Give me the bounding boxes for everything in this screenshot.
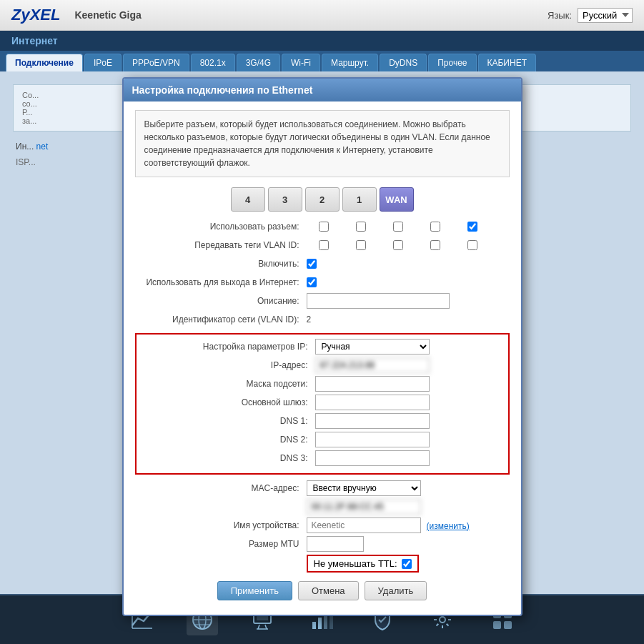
enable-row: Включить: [135,256,510,272]
enable-checkbox[interactable] [307,259,317,269]
ttl-container: Не уменьшать TTL: [307,555,419,573]
vlan-tag-row: Передавать теги VLAN ID: [135,237,510,253]
tab-wifi[interactable]: Wi-Fi [282,54,320,71]
dialog-body: Выберите разъем, который будет использов… [124,101,521,615]
tab-pppoe[interactable]: PPPoE/VPN [123,54,189,71]
mac-input[interactable] [307,499,421,515]
vlan-tag-wan[interactable] [467,240,477,250]
tab-route[interactable]: Маршрут. [322,54,378,71]
vlan-id-value: 2 [307,314,510,325]
port-btn-3[interactable]: 3 [268,187,302,212]
subnet-row: Маска подсети: 255.255.255.0 [144,376,501,392]
ttl-checkbox[interactable] [402,559,412,569]
vlan-id-row: Идентификатор сети (VLAN ID): 2 [135,312,510,327]
mac-row: MAC-адрес: Ввести вручную Клонировать с … [135,480,510,496]
device-name-input[interactable] [307,517,421,533]
ip-addr-label: IP-адрес: [144,360,315,370]
lang-label: Язык: [548,10,572,21]
port-btn-2[interactable]: 2 [305,187,340,212]
ports-row: 4 3 2 1 WAN [135,187,510,212]
tab-80211x[interactable]: 802.1x [191,54,235,71]
mtu-label: Размер MTU [135,539,307,549]
ip-section: Настройка параметров IP: Ручная Автомати… [135,333,510,475]
change-link[interactable]: (изменить) [427,521,470,531]
header-left: ZyXEL Keenetic Giga [11,6,142,24]
nav-tabs: Подключение IPoE PPPoE/VPN 802.1x 3G/4G … [0,51,644,71]
tab-ipoe[interactable]: IPoE [84,54,122,71]
use-port-checkboxes [307,222,490,232]
dialog-title: Настройка подключения по Ethernet [132,84,313,96]
dns2-row: DNS 2: 87.224.197.1 [144,432,501,447]
dns2-label: DNS 2: [144,435,315,445]
dialog-overlay: Настройка подключения по Ethernet Выбери… [0,71,644,644]
apply-button[interactable]: Применить [217,581,292,600]
mac-label: MAC-адрес: [135,483,307,493]
model-name: Keenetic Giga [74,9,141,21]
mtu-input[interactable]: 1500 [307,536,364,552]
use-port-row: Использовать разъем: [135,219,510,234]
tab-3g4g[interactable]: 3G/4G [237,54,280,71]
header-right: Язык: Русский English [548,8,633,23]
cancel-button[interactable]: Отмена [298,581,359,600]
tab-podkl[interactable]: Подключение [6,54,83,71]
gateway-input[interactable]: 87.224.222.1 [315,395,430,410]
gateway-row: Основной шлюз: 87.224.222.1 [144,395,501,410]
mac-value-row [135,499,510,515]
device-name-label: Имя устройства: [135,520,307,530]
mtu-row: Размер MTU 1500 [135,536,510,552]
ip-mode-label: Настройка параметров IP: [144,342,315,352]
description-row: Описание: Broadband connection [135,293,510,309]
vlan-tag-4[interactable] [319,240,329,250]
mac-mode-select[interactable]: Ввести вручную Клонировать с ПК Заводско… [307,480,421,496]
dialog-buttons: Применить Отмена Удалить [135,581,510,600]
use-internet-label: Использовать для выхода в Интернет: [135,277,307,287]
ttl-label: Не уменьшать TTL: [314,558,397,569]
dns3-input[interactable] [315,450,430,466]
use-port-wan[interactable] [467,222,477,232]
ttl-row: Не уменьшать TTL: [135,555,510,573]
dialog-info: Выберите разъем, который будет использов… [135,110,510,177]
device-name-row: Имя устройства: (изменить) [135,517,510,533]
description-input[interactable]: Broadband connection [307,293,450,309]
tab-dydns[interactable]: DyDNS [380,54,427,71]
vlan-tag-label: Передавать теги VLAN ID: [135,240,307,250]
subnet-label: Маска подсети: [144,379,315,389]
dns1-row: DNS 1: 87.224.213.1 [144,413,501,429]
enable-label: Включить: [135,259,307,269]
use-port-3[interactable] [356,222,366,232]
content-area: Co... со... Р... за... Ин... net ISP... … [0,71,644,644]
dns3-label: DNS 3: [144,453,315,463]
header: ZyXEL Keenetic Giga Язык: Русский Englis… [0,0,644,31]
dialog-title-bar: Настройка подключения по Ethernet [124,79,521,101]
logo: ZyXEL [11,6,60,24]
ip-addr-row: IP-адрес: [144,357,501,373]
vlan-tag-3[interactable] [356,240,366,250]
vlan-tag-checkboxes [307,240,490,250]
ip-addr-input[interactable] [315,357,430,373]
description-label: Описание: [135,296,307,306]
sub-header: Интернет [0,31,644,51]
use-internet-checkbox[interactable] [307,277,317,287]
vlan-tag-2[interactable] [393,240,403,250]
ip-mode-select[interactable]: Ручная Автоматически (DHCP) [315,339,430,355]
ip-mode-row: Настройка параметров IP: Ручная Автомати… [144,339,501,355]
section-title: Интернет [11,35,58,46]
port-btn-1[interactable]: 1 [342,187,377,212]
tab-prochee[interactable]: Прочее [428,54,476,71]
use-internet-row: Использовать для выхода в Интернет: [135,274,510,290]
vlan-id-label: Идентификатор сети (VLAN ID): [135,314,307,325]
vlan-tag-1[interactable] [430,240,440,250]
delete-button[interactable]: Удалить [365,581,427,600]
subnet-input[interactable]: 255.255.255.0 [315,376,430,392]
language-select[interactable]: Русский English [578,8,633,23]
dialog: Настройка подключения по Ethernet Выбери… [122,77,522,616]
use-port-4[interactable] [319,222,329,232]
tab-kabinet[interactable]: КАБИНЕТ [478,54,537,71]
port-btn-4[interactable]: 4 [231,187,265,212]
use-port-1[interactable] [430,222,440,232]
use-port-2[interactable] [393,222,403,232]
dns1-input[interactable]: 87.224.213.1 [315,413,430,429]
dns2-input[interactable]: 87.224.197.1 [315,432,430,447]
port-btn-wan[interactable]: WAN [380,187,414,212]
dns1-label: DNS 1: [144,416,315,426]
